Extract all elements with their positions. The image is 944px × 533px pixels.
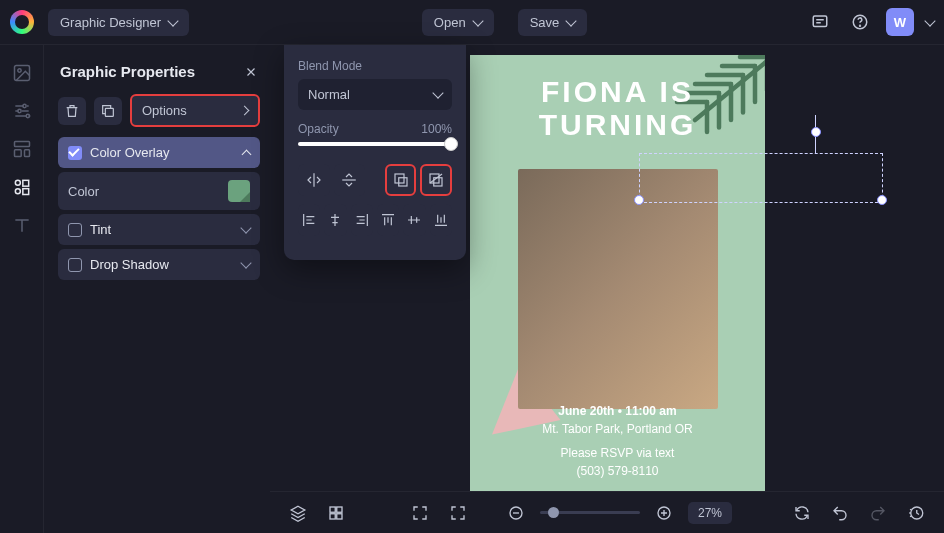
svg-point-4 <box>17 69 20 72</box>
resize-handle-right[interactable] <box>877 195 887 205</box>
options-label: Options <box>142 103 187 118</box>
opacity-label: Opacity <box>298 122 339 136</box>
svg-point-6 <box>17 109 20 112</box>
blend-mode-value: Normal <box>308 87 350 102</box>
send-backward-button[interactable] <box>420 164 452 196</box>
align-left-button[interactable] <box>298 204 320 236</box>
tint-checkbox[interactable] <box>68 223 82 237</box>
mode-dropdown[interactable]: Graphic Designer <box>48 9 189 36</box>
avatar[interactable]: W <box>886 8 914 36</box>
templates-tool-icon[interactable] <box>12 139 32 159</box>
adjust-tool-icon[interactable] <box>12 101 32 121</box>
refresh-button[interactable] <box>788 499 816 527</box>
date-time: June 20th • 11:00 am <box>470 402 765 420</box>
zoom-slider[interactable] <box>540 511 640 514</box>
chevron-down-icon <box>432 87 443 98</box>
resize-handle-left[interactable] <box>634 195 644 205</box>
color-row: Color <box>58 172 260 210</box>
rotation-handle[interactable] <box>811 127 821 137</box>
selection-box[interactable] <box>639 153 883 203</box>
svg-point-11 <box>15 180 20 185</box>
svg-rect-14 <box>22 189 28 195</box>
zoom-out-button[interactable] <box>502 499 530 527</box>
svg-rect-21 <box>337 507 342 512</box>
phone: (503) 579-8110 <box>470 462 765 480</box>
zoom-thumb[interactable] <box>548 507 559 518</box>
bring-forward-button[interactable] <box>385 164 417 196</box>
svg-rect-16 <box>395 174 404 183</box>
svg-rect-8 <box>14 142 29 147</box>
feedback-button[interactable] <box>806 8 834 36</box>
grid-button[interactable] <box>322 499 350 527</box>
avatar-initial: W <box>894 15 906 30</box>
svg-point-2 <box>860 25 861 26</box>
svg-point-7 <box>26 114 29 117</box>
topbar: Graphic Designer Open Save W <box>0 0 944 45</box>
canvas-title[interactable]: FIONA IS TURNING <box>539 75 697 141</box>
align-center-v-button[interactable] <box>403 204 425 236</box>
chevron-down-icon[interactable] <box>924 15 935 26</box>
svg-rect-23 <box>337 513 342 518</box>
fullscreen-button[interactable] <box>444 499 472 527</box>
bottombar: 27% <box>270 491 944 533</box>
color-label: Color <box>68 184 99 199</box>
fit-screen-button[interactable] <box>406 499 434 527</box>
align-center-h-button[interactable] <box>324 204 346 236</box>
slider-thumb[interactable] <box>444 137 458 151</box>
svg-point-13 <box>15 189 20 194</box>
zoom-value[interactable]: 27% <box>688 502 732 524</box>
shapes-tool-icon[interactable] <box>12 177 32 197</box>
text-tool-icon[interactable] <box>12 215 32 235</box>
align-top-button[interactable] <box>377 204 399 236</box>
color-overlay-section[interactable]: Color Overlay <box>58 137 260 168</box>
undo-button[interactable] <box>826 499 854 527</box>
chevron-down-icon <box>167 15 178 26</box>
help-button[interactable] <box>846 8 874 36</box>
svg-rect-12 <box>22 180 28 186</box>
delete-button[interactable] <box>58 97 86 125</box>
title-line2: TURNING <box>539 108 697 141</box>
svg-point-5 <box>22 104 25 107</box>
tint-label: Tint <box>90 222 242 237</box>
panel-title: Graphic Properties <box>60 63 195 80</box>
svg-rect-10 <box>24 150 29 157</box>
color-overlay-checkbox[interactable] <box>68 146 82 160</box>
blend-mode-select[interactable]: Normal <box>298 79 452 110</box>
chevron-down-icon <box>472 15 483 26</box>
close-panel-button[interactable] <box>244 65 258 79</box>
blend-mode-label: Blend Mode <box>298 59 452 73</box>
mode-label: Graphic Designer <box>60 15 161 30</box>
align-right-button[interactable] <box>351 204 373 236</box>
location: Mt. Tabor Park, Portland OR <box>470 420 765 438</box>
tint-section[interactable]: Tint <box>58 214 260 245</box>
color-swatch[interactable] <box>228 180 250 202</box>
duplicate-button[interactable] <box>94 97 122 125</box>
opacity-slider[interactable] <box>298 142 452 146</box>
siderail <box>0 45 44 533</box>
color-overlay-label: Color Overlay <box>90 145 243 160</box>
layers-button[interactable] <box>284 499 312 527</box>
options-button[interactable]: Options <box>130 94 260 127</box>
align-bottom-button[interactable] <box>430 204 452 236</box>
event-details[interactable]: June 20th • 11:00 am Mt. Tabor Park, Por… <box>470 402 765 480</box>
redo-button[interactable] <box>864 499 892 527</box>
image-tool-icon[interactable] <box>12 63 32 83</box>
chevron-up-icon <box>242 149 252 159</box>
flip-vertical-button[interactable] <box>334 164 366 196</box>
svg-rect-20 <box>330 507 335 512</box>
save-menu[interactable]: Save <box>518 9 588 36</box>
svg-rect-15 <box>105 108 113 116</box>
open-menu[interactable]: Open <box>422 9 494 36</box>
title-line1: FIONA IS <box>539 75 697 108</box>
chevron-down-icon <box>566 15 577 26</box>
drop-shadow-section[interactable]: Drop Shadow <box>58 249 260 280</box>
app-logo[interactable] <box>10 10 34 34</box>
chevron-right-icon <box>240 106 250 116</box>
zoom-in-button[interactable] <box>650 499 678 527</box>
photo-placeholder[interactable] <box>518 169 718 409</box>
flip-horizontal-button[interactable] <box>298 164 330 196</box>
design-canvas[interactable]: FIONA IS TURNING June 20th • 11:00 am Mt… <box>470 55 765 498</box>
save-label: Save <box>530 15 560 30</box>
history-button[interactable] <box>902 499 930 527</box>
drop-shadow-checkbox[interactable] <box>68 258 82 272</box>
